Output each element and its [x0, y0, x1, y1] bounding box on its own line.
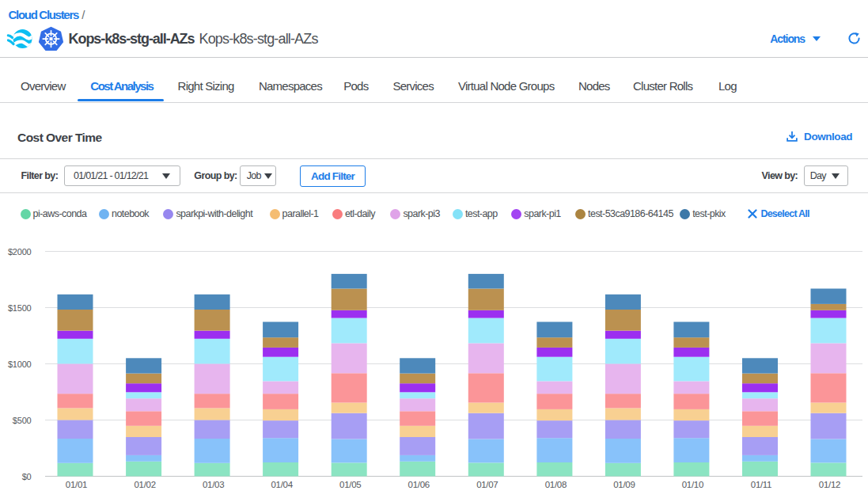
svg-text:$1000: $1000: [8, 359, 32, 369]
svg-text:01/06: 01/06: [408, 480, 430, 489]
svg-text:01/05: 01/05: [339, 480, 361, 489]
svg-text:01/08: 01/08: [545, 480, 567, 489]
svg-text:$2000: $2000: [8, 247, 32, 257]
svg-text:01/02: 01/02: [134, 480, 155, 489]
svg-text:$500: $500: [13, 416, 32, 425]
svg-text:01/07: 01/07: [476, 480, 498, 489]
svg-text:01/12: 01/12: [819, 480, 840, 489]
svg-text:01/03: 01/03: [203, 480, 224, 489]
svg-text:01/04: 01/04: [271, 480, 293, 489]
svg-text:$1500: $1500: [8, 303, 32, 313]
svg-text:01/09: 01/09: [613, 480, 635, 489]
svg-text:01/11: 01/11: [751, 480, 771, 489]
svg-text:$0: $0: [22, 472, 32, 481]
svg-text:01/01: 01/01: [66, 480, 87, 489]
svg-text:01/10: 01/10: [682, 480, 703, 489]
